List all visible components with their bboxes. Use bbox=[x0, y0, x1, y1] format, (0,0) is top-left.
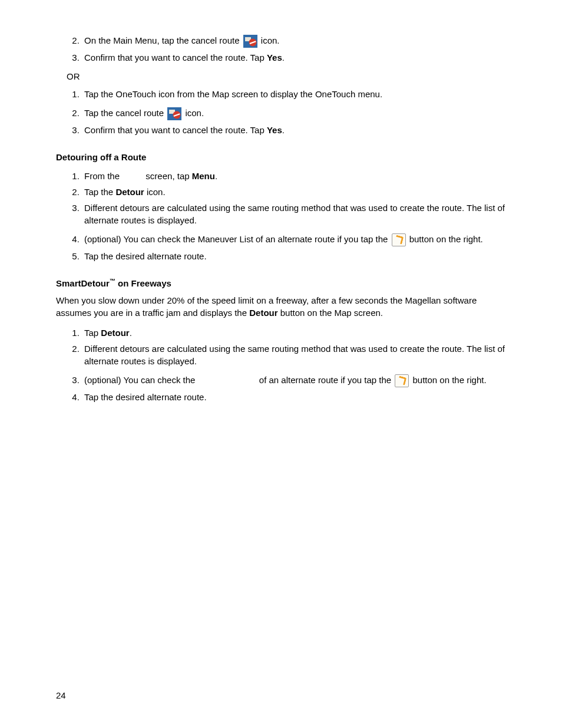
text: SmartDetour bbox=[56, 278, 110, 288]
smartdetour-paragraph: When you slow down under 20% of the spee… bbox=[56, 294, 509, 319]
document-page: On the Main Menu, tap the cancel route i… bbox=[0, 0, 562, 728]
trademark: ™ bbox=[110, 278, 115, 284]
list-item: (optional) You can check the Maneuver Li… bbox=[82, 228, 509, 248]
bold-yes: Yes bbox=[267, 125, 282, 135]
heading-smartdetour: SmartDetour™ on Freeways bbox=[56, 277, 509, 289]
text: Tap the cancel route bbox=[84, 108, 166, 118]
list-item: Tap the cancel route icon. bbox=[82, 102, 509, 122]
list-item: Different detours are calculated using t… bbox=[82, 200, 509, 228]
cancel-route-steps-a: On the Main Menu, tap the cancel route i… bbox=[56, 32, 509, 65]
smartdetour-steps: Tap Detour. Different detours are calcul… bbox=[56, 325, 509, 405]
text: screen, tap bbox=[143, 171, 192, 181]
bold-detour: Detour bbox=[249, 308, 277, 318]
heading-detouring: Detouring off a Route bbox=[56, 151, 509, 163]
list-item: On the Main Menu, tap the cancel route i… bbox=[82, 32, 509, 50]
list-item: Confirm that you want to cancel the rout… bbox=[82, 122, 509, 138]
bold-detour: Detour bbox=[115, 187, 144, 197]
list-item: Tap the OneTouch icon from the Map scree… bbox=[82, 86, 509, 102]
or-separator: OR bbox=[67, 70, 509, 83]
maneuver-list-icon bbox=[395, 374, 409, 387]
cancel-route-steps-b: Tap the OneTouch icon from the Map scree… bbox=[56, 86, 509, 138]
list-item: From the screen, tap Menu. bbox=[82, 168, 509, 184]
text: Tap bbox=[84, 328, 101, 338]
text: button on the Map screen. bbox=[278, 308, 383, 318]
text: . bbox=[282, 52, 285, 62]
text: button on the right. bbox=[412, 375, 486, 385]
text: . bbox=[282, 125, 285, 135]
text: Tap the bbox=[84, 187, 115, 197]
text: From the bbox=[84, 171, 122, 181]
list-item: Tap the desired alternate route. bbox=[82, 389, 509, 405]
text: Confirm that you want to cancel the rout… bbox=[84, 125, 267, 135]
bold-menu: Menu bbox=[192, 171, 215, 181]
text: . bbox=[130, 328, 132, 338]
text: (optional) You can check the Maneuver Li… bbox=[84, 234, 391, 244]
list-item: Confirm that you want to cancel the rout… bbox=[82, 50, 509, 65]
maneuver-list-icon bbox=[392, 233, 406, 246]
text: icon. bbox=[261, 35, 280, 45]
text: (optional) You can check the bbox=[84, 375, 198, 385]
text: on Freeways bbox=[115, 278, 171, 288]
list-item: Tap the desired alternate route. bbox=[82, 248, 509, 264]
detour-steps: From the screen, tap Menu. Tap the Detou… bbox=[56, 168, 509, 264]
bold-yes: Yes bbox=[267, 52, 282, 62]
text: button on the right. bbox=[409, 234, 483, 244]
cancel-route-icon bbox=[243, 35, 257, 48]
list-item: Tap the Detour icon. bbox=[82, 184, 509, 200]
bold-detour: Detour bbox=[101, 328, 129, 338]
text: Confirm that you want to cancel the rout… bbox=[84, 52, 267, 62]
list-item: (optional) You can check the of an alter… bbox=[82, 369, 509, 389]
text: icon. bbox=[185, 108, 204, 118]
list-item: Different detours are calculated using t… bbox=[82, 341, 509, 369]
list-item: Tap Detour. bbox=[82, 325, 509, 341]
text: icon. bbox=[144, 187, 166, 197]
text: of an alternate route if you tap the bbox=[257, 375, 394, 385]
cancel-route-icon bbox=[167, 107, 181, 120]
text: . bbox=[215, 171, 217, 181]
text: On the Main Menu, tap the cancel route bbox=[84, 35, 242, 45]
page-number: 24 bbox=[56, 689, 66, 701]
